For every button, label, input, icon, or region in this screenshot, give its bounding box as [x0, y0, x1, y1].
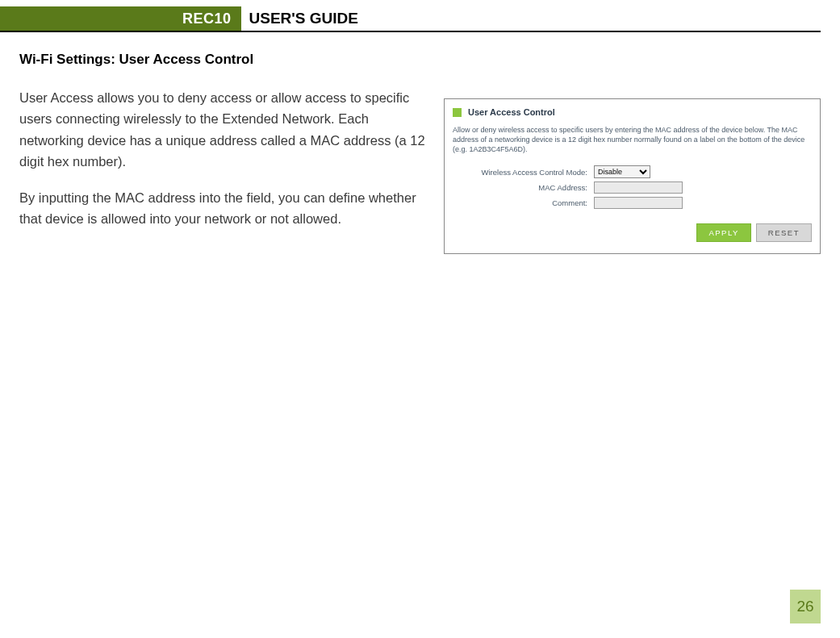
- header-green-bar: [19, 6, 173, 31]
- panel-description: Allow or deny wireless access to specifi…: [453, 125, 812, 154]
- reset-button[interactable]: RESET: [756, 223, 812, 242]
- mac-input[interactable]: [594, 181, 683, 194]
- form-row-comment: Comment:: [453, 197, 812, 209]
- page-number: 26: [790, 590, 821, 623]
- header-badge: REC10: [173, 6, 241, 31]
- page-content: Wi-Fi Settings: User Access Control User…: [0, 32, 840, 254]
- figure-column: User Access Control Allow or deny wirele…: [444, 52, 821, 254]
- panel-buttons: APPLY RESET: [453, 223, 812, 242]
- user-access-panel: User Access Control Allow or deny wirele…: [444, 98, 821, 254]
- section-heading: Wi-Fi Settings: User Access Control: [19, 52, 431, 68]
- header-left-bar: [0, 6, 19, 31]
- mac-label: MAC Address:: [453, 183, 594, 192]
- comment-input[interactable]: [594, 197, 683, 209]
- panel-marker-icon: [453, 108, 462, 117]
- paragraph-1: User Access allows you to deny access or…: [19, 87, 431, 173]
- panel-header: User Access Control: [453, 107, 812, 117]
- text-column: Wi-Fi Settings: User Access Control User…: [19, 52, 431, 254]
- header-title: USER'S GUIDE: [241, 6, 366, 31]
- mode-label: Wireless Access Control Mode:: [453, 168, 594, 177]
- comment-label: Comment:: [453, 198, 594, 207]
- paragraph-2: By inputting the MAC address into the fi…: [19, 187, 431, 230]
- panel-title: User Access Control: [468, 107, 555, 117]
- apply-button[interactable]: APPLY: [696, 223, 750, 242]
- form-row-mac: MAC Address:: [453, 181, 812, 194]
- mode-select[interactable]: Disable: [594, 165, 650, 178]
- form-row-mode: Wireless Access Control Mode: Disable: [453, 165, 812, 178]
- page-header: REC10 USER'S GUIDE: [0, 6, 821, 32]
